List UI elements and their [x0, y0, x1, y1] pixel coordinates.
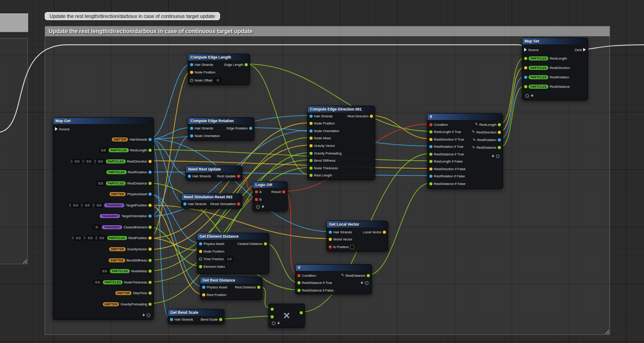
node-compute-edge-length[interactable]: Compute Edge LengthHair StrandsNode Posi…: [188, 54, 250, 85]
node-header[interactable]: Compute Edge Rotation: [188, 118, 254, 124]
pin-restdistance-icon[interactable]: [148, 182, 152, 185]
pin-a-icon[interactable]: [255, 190, 258, 193]
pin-node-offset-icon[interactable]: [190, 79, 193, 82]
add-pin-icon[interactable]: +: [262, 205, 264, 209]
pin-restdirection-icon[interactable]: [148, 160, 152, 163]
add-pin-icon[interactable]: +: [277, 322, 280, 325]
pin-rest-update-icon[interactable]: [237, 175, 240, 178]
pin-condition-icon[interactable]: [297, 274, 301, 277]
node-header[interactable]: Get Bend Scale: [168, 309, 224, 316]
pin-restlength-icon[interactable]: [524, 57, 527, 60]
pin-restdirection-if-false-icon[interactable]: [429, 167, 432, 171]
node-header[interactable]: Get Local Vector: [327, 221, 388, 227]
pin-restdistance-if-true-icon[interactable]: [429, 153, 432, 156]
edit-icon[interactable]: ✎: [341, 274, 344, 277]
value-input[interactable]: 0.0: [86, 236, 94, 240]
pin-restrotation-if-true-icon[interactable]: [429, 145, 432, 148]
pin-element-index-icon[interactable]: [199, 265, 202, 268]
pin-hair-strands-icon[interactable]: [309, 115, 313, 118]
value-input[interactable]: 0.0: [97, 181, 105, 186]
add-pin-icon[interactable]: +: [360, 281, 363, 285]
pin-nodethickness-icon[interactable]: [148, 281, 152, 284]
value-input[interactable]: 0.0: [74, 236, 82, 240]
pin-restdirection-icon[interactable]: [498, 131, 501, 134]
node-header[interactable]: Get Rest Distance: [200, 277, 262, 283]
node-get-bend-scale[interactable]: Get Bend ScaleHair StrandsBend Scale: [168, 309, 225, 324]
pin-restdistance-if-false-icon[interactable]: [297, 289, 301, 292]
node-header[interactable]: Compute Edge Length: [188, 54, 250, 60]
comment-resize-handle[interactable]: [604, 329, 609, 334]
exec-arrow-icon[interactable]: [583, 48, 586, 51]
node-header[interactable]: Compute Edge Direction 001: [308, 106, 375, 112]
node-header[interactable]: Map Set: [522, 38, 588, 44]
pin-physicsasset-icon[interactable]: [148, 193, 152, 196]
pin-b-icon[interactable]: [255, 198, 258, 201]
pin-result-icon[interactable]: [282, 190, 285, 193]
pin-is-position-icon[interactable]: [329, 245, 332, 249]
node-map-get[interactable]: Map GetSourceEMITTERHairStrands0.0PARTIC…: [53, 117, 154, 320]
pin-reset-simulation-icon[interactable]: [237, 202, 240, 206]
pin-restrotation-icon[interactable]: [524, 76, 527, 79]
pin-value-icon[interactable]: [271, 315, 274, 318]
exec-pin-dest[interactable]: Dest: [575, 47, 586, 52]
pin-bend-stiffness-icon[interactable]: [309, 159, 313, 162]
pin-restdistance-icon[interactable]: [524, 85, 527, 88]
pin-rest-direction-icon[interactable]: [370, 115, 373, 118]
value-input[interactable]: 0.0: [101, 269, 109, 274]
pin-node-position-icon[interactable]: [199, 250, 202, 253]
pin-steptime-icon[interactable]: [148, 292, 152, 295]
pin-closest-distance-icon[interactable]: [264, 242, 267, 245]
pin-hair-strands-icon[interactable]: [188, 175, 191, 178]
node-header[interactable]: Map Get: [53, 118, 153, 124]
pin-physics-asset-icon[interactable]: [202, 286, 205, 289]
pin-hair-strands-icon[interactable]: [190, 127, 193, 130]
node-need-rest-update[interactable]: Need Rest UpdateHair StrandsRest Update: [186, 166, 242, 181]
pin-world-vector-icon[interactable]: [329, 238, 332, 241]
exec-arrow-icon[interactable]: [524, 48, 527, 51]
pin-value-icon[interactable]: [300, 311, 303, 314]
add-pin-icon[interactable]: +: [491, 154, 494, 158]
add-pin-icon[interactable]: +: [142, 313, 145, 317]
pin-restlength-icon[interactable]: [148, 149, 152, 152]
pin-rest-distance-icon[interactable]: [257, 286, 260, 289]
pin-restlength-if-true-icon[interactable]: [429, 130, 432, 133]
pin-gravityvector-icon[interactable]: [148, 248, 152, 251]
pin-restlength-if-false-icon[interactable]: [429, 160, 432, 163]
pin-node-position-icon[interactable]: [309, 122, 313, 125]
value-input[interactable]: 0.0: [95, 203, 103, 208]
node-get-rest-distance[interactable]: Get Rest DistancePhysics AssetRest Posit…: [200, 277, 263, 300]
pin-hair-strands-icon[interactable]: [190, 63, 193, 66]
node-header[interactable]: Need Rest Update: [186, 166, 242, 172]
pin-node-orientation-icon[interactable]: [309, 129, 313, 133]
value-input[interactable]: 0.0: [85, 159, 93, 164]
pin-nodemass-icon[interactable]: [148, 270, 152, 273]
pin-hair-strands-icon[interactable]: [329, 231, 332, 234]
offscreen-comment-header[interactable]: [0, 13, 28, 32]
pin-node-position-icon[interactable]: [190, 71, 193, 74]
pin-node-thickness-icon[interactable]: [309, 167, 313, 170]
pin-value-icon[interactable]: [271, 308, 274, 311]
edit-icon[interactable]: ✎: [472, 130, 475, 134]
value-input[interactable]: 0.0: [98, 236, 106, 240]
pin-edge-rotation-icon[interactable]: [249, 127, 252, 130]
pin-options-icon[interactable]: [147, 313, 150, 317]
pin-restrotation-if-false-icon[interactable]: [429, 175, 432, 178]
pin-restrotation-icon[interactable]: [498, 138, 501, 141]
pin-hair-strands-icon[interactable]: [170, 318, 173, 321]
node-header[interactable]: Need Simulation Reset 002: [182, 194, 242, 200]
node-get-local-vector[interactable]: Get Local VectorHair StrandsWorld Vector…: [326, 221, 388, 252]
pin-gravity-preloading-icon[interactable]: [309, 152, 313, 155]
value-input[interactable]: 0.0: [93, 280, 102, 285]
pin-options-icon[interactable]: [365, 281, 369, 285]
node-need-simulation-reset-002[interactable]: Need Simulation Reset 002Hair StrandsRes…: [181, 193, 242, 209]
pin-bend-scale-icon[interactable]: [219, 318, 222, 321]
node-if-distance[interactable]: IfConditionRestDistance if TrueRestDista…: [295, 264, 372, 294]
value-input[interactable]: 0: [93, 225, 101, 230]
node-header[interactable]: Get Element Distance: [197, 233, 269, 240]
node-header[interactable]: Logic OR: [253, 182, 287, 188]
value-input[interactable]: 1.0: [225, 257, 233, 262]
pin-restlength-icon[interactable]: [498, 123, 501, 126]
node-header[interactable]: If: [296, 265, 372, 271]
pin-targetorientation-icon[interactable]: [148, 214, 152, 218]
pin-gravity-vector-icon[interactable]: [309, 144, 313, 147]
